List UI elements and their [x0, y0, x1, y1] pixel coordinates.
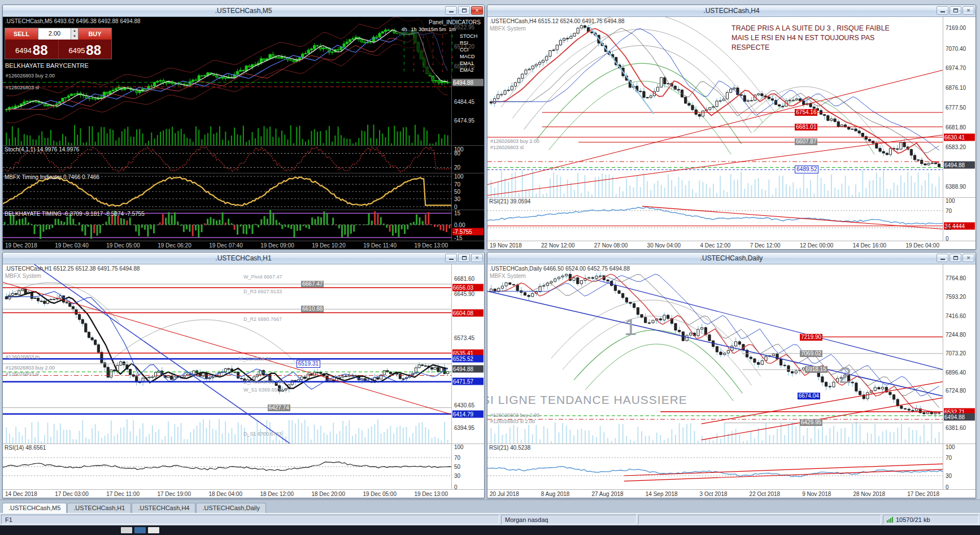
minimize-icon — [449, 8, 454, 12]
close-button[interactable]: × — [962, 254, 974, 262]
price-axis-h4: 6630.41 6494.88 7169.007070.406974.70687… — [943, 17, 975, 197]
rsi-pane-h4[interactable]: RSI(21) 39.0594 34.4444 10070300 — [487, 198, 975, 241]
window-title: .USTECHCash,H1 — [3, 254, 484, 262]
price-pane-h1[interactable]: .USTECHCash,H1 6512.25 6512.38 6491.75 6… — [3, 264, 484, 443]
axis-label: 30 — [946, 473, 952, 479]
order-sl-label: #126026803 sl — [6, 371, 39, 377]
pivot-label: W_Pivot 6667.47 — [243, 274, 282, 280]
taskbar-item[interactable] — [148, 527, 159, 533]
stochastic-pane[interactable]: Stoch(4,1,1) 14.9976 14.9976 1008020 — [3, 146, 484, 173]
ohlc-readout: .USTECHCash,H1 6512.25 6512.38 6491.75 6… — [5, 266, 140, 272]
price-plot — [487, 264, 943, 443]
order-sl-label: #126026803 sl — [6, 85, 39, 90]
chart-tab[interactable]: .USTECHCash,H4 — [132, 503, 195, 513]
signal-arrow-down: ↓ — [409, 46, 419, 53]
axis-label: 6484.45 — [454, 98, 474, 105]
taskbar-item[interactable] — [121, 527, 132, 533]
lot-value[interactable]: 2.00 — [38, 28, 71, 40]
order-sl-label: #126026803 sl 2.00 — [490, 419, 535, 424]
close-button[interactable]: × — [471, 254, 483, 262]
restore-button[interactable] — [458, 6, 470, 15]
window-title: .USTECHCash,M5 — [3, 7, 484, 15]
minimize-button[interactable] — [937, 6, 948, 15]
price-pane-daily[interactable]: .USTECHCash,Daily 6466.50 6524.00 6452.7… — [487, 264, 975, 443]
belkhayate-axis: -7.5755 150.00-15 — [451, 210, 484, 241]
price-pane-m5[interactable]: .USTECHCash,M5 6493.62 6496.38 6492.88 6… — [3, 17, 484, 145]
rsi-plot — [3, 444, 451, 489]
level-tag: 7069.02 — [800, 350, 822, 357]
signal-arrow-up: ↑ — [399, 60, 409, 67]
resistance-price-tag: 6604.08 — [452, 309, 484, 316]
rsi-curve — [487, 444, 943, 489]
restore-button[interactable] — [458, 254, 470, 262]
belkhayate-pane[interactable]: BELKHAYATE TIMING -6.3709 -9.1817 -8.587… — [3, 210, 484, 241]
time-label: 18 Dec 20:00 — [311, 491, 345, 497]
titlebar-h1[interactable]: .USTECHCash,H1 × — [3, 253, 484, 264]
rsi-plot — [487, 444, 943, 489]
time-label: 4 Dec 12:00 — [700, 242, 730, 249]
restore-button[interactable] — [949, 6, 961, 15]
level-box: 6667.47 — [301, 281, 324, 288]
minimize-button[interactable] — [445, 254, 457, 262]
chart-tab-bar[interactable]: .USTECHCash,M5.USTECHCash,H1.USTECHCash,… — [0, 499, 980, 513]
signal-arrow-up: ↑ — [399, 40, 409, 46]
spin-down-icon[interactable]: ▼ — [71, 34, 78, 40]
indicator-row-label: STOCH — [457, 33, 481, 40]
close-button[interactable]: × — [962, 6, 974, 15]
windows-taskbar[interactable] — [0, 525, 980, 535]
spin-up-icon[interactable]: ▲ — [71, 28, 78, 34]
minimize-button[interactable] — [445, 6, 457, 15]
minimize-button[interactable] — [937, 254, 948, 262]
mbfx-system-label: MBFX System — [490, 25, 526, 32]
signal-arrow-down: ↓ — [438, 46, 447, 53]
level-box: 6427.74 — [268, 404, 290, 411]
wave-annotation-1: 1 — [624, 315, 637, 340]
status-bar: F1 Morgan nasdaq 10570/21 kb — [0, 513, 980, 525]
axis-label: 70 — [946, 207, 952, 214]
rsi-label: RSI(14) 48.6561 — [5, 445, 46, 451]
lot-stepper[interactable]: ▲▼ — [71, 28, 78, 40]
axis-label: 30 — [454, 473, 460, 479]
axis-label: 6681.60 — [454, 276, 474, 282]
titlebar-daily[interactable]: .USTECHCash,Daily × — [487, 253, 975, 264]
status-profile-cell[interactable]: Morgan nasdaq — [501, 515, 637, 524]
level-box: 6519.31 — [297, 360, 320, 368]
stochastic-axis: 1008020 — [451, 146, 484, 173]
restore-button[interactable] — [949, 254, 961, 262]
axis-label: 6974.70 — [946, 64, 966, 71]
price-pane-h4[interactable]: .USTECHCash,H4 6515.12 6524.00 6491.75 6… — [487, 17, 975, 197]
buy-button[interactable]: BUY — [79, 28, 111, 40]
indicator-row-label: CCI — [457, 46, 481, 53]
sell-price[interactable]: 649488 — [5, 40, 58, 59]
mbfx-system-label: MBFX System — [490, 273, 526, 279]
taskbar-item[interactable] — [134, 527, 146, 533]
signal-arrow-down: ↓ — [428, 40, 438, 46]
chart-tab[interactable]: .USTECHCash,Daily — [196, 503, 265, 513]
time-label: 19 Dec 13:00 — [414, 242, 448, 249]
chart-window-m5: .USTECHCash,M5 × .USTECHCash,M5 6493.62 … — [2, 5, 485, 250]
sell-price-main: 6494 — [15, 44, 32, 58]
indicator-row-label: EMA2 — [457, 67, 481, 73]
mbfx-timing-pane[interactable]: MBFX Timing Indicator 0.7466 0.7466 1007… — [3, 173, 484, 210]
signal-arrow-up: ↑ — [447, 40, 457, 46]
support-price-tag: 6525.52 — [452, 355, 484, 363]
titlebar-m5[interactable]: .USTECHCash,M5 × — [3, 5, 484, 17]
signal-arrow-down: ↓ — [409, 40, 419, 46]
rsi-pane-daily[interactable]: RSI(21) 40.5238 10070300 — [487, 444, 975, 489]
rsi-axis: 1007050300 — [451, 444, 484, 489]
signal-arrow-up: ↑ — [399, 33, 409, 40]
chart-window-daily: .USTECHCash,Daily × .USTECHCash,Daily 64… — [487, 252, 976, 498]
titlebar-h4[interactable]: .USTECHCash,H4 × — [487, 5, 975, 17]
close-button[interactable]: × — [471, 6, 483, 15]
rsi-label: RSI(21) 40.5238 — [489, 445, 530, 451]
sell-button[interactable]: SELL — [5, 28, 38, 40]
lot-size-input[interactable]: 2.00 ▲▼ — [38, 28, 79, 40]
chart-tab[interactable]: .USTECHCash,M5 — [2, 503, 67, 513]
rsi-pane-h1[interactable]: RSI(14) 48.6561 1007050300 — [3, 444, 484, 489]
signal-arrow-down: ↓ — [428, 60, 438, 67]
chart-tab[interactable]: .USTECHCash,H1 — [67, 503, 131, 513]
axis-label: 0.00 — [454, 221, 465, 228]
sell-price-pips: 88 — [33, 43, 48, 58]
status-profile-text: Morgan nasdaq — [505, 516, 548, 523]
buy-price[interactable]: 649588 — [58, 40, 112, 59]
